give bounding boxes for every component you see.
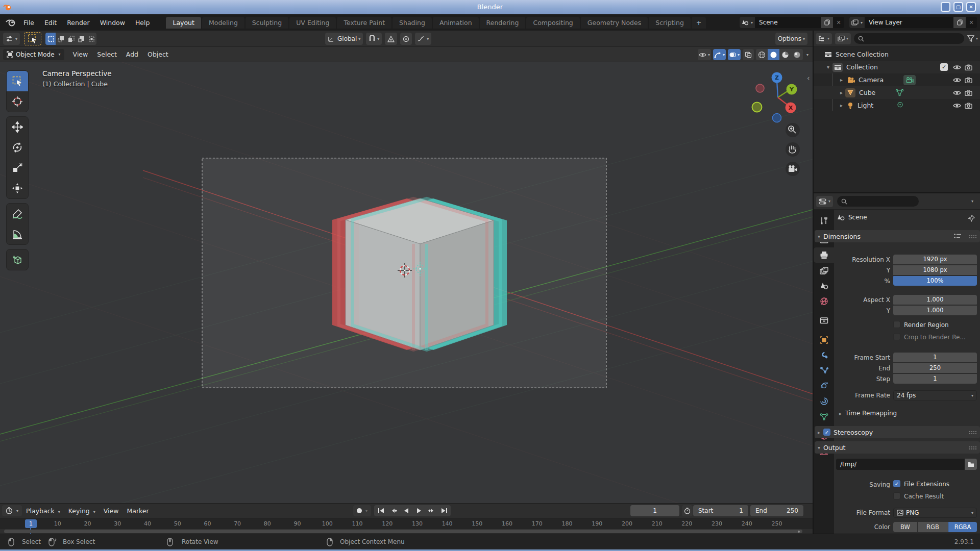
select-mode-set[interactable]: [45, 33, 56, 45]
scene-selector[interactable]: ▾ Scene ✕: [740, 17, 844, 28]
jump-to-end-button[interactable]: [438, 505, 451, 516]
properties-tab-scene[interactable]: [814, 278, 834, 293]
add-workspace-button[interactable]: +: [692, 17, 706, 29]
properties-tab-object[interactable]: [814, 332, 834, 347]
tool-scale-button[interactable]: [7, 158, 28, 178]
gizmo-axis-neg-x[interactable]: [756, 84, 764, 92]
viewport-menu-select[interactable]: Select: [92, 49, 121, 60]
xray-toggle[interactable]: [743, 49, 754, 60]
menu-help[interactable]: Help: [130, 17, 155, 29]
viewport-menu-view[interactable]: View: [68, 49, 93, 60]
playhead-badge[interactable]: 1: [25, 519, 37, 528]
sidebar-collapse-icon[interactable]: ‹: [807, 74, 810, 82]
current-frame-field[interactable]: 1: [630, 505, 679, 516]
time-remapping-subpanel[interactable]: ▸ Time Remapping: [839, 410, 897, 417]
minimize-button[interactable]: ▁: [941, 2, 950, 12]
cube-object[interactable]: [346, 198, 494, 350]
use-preview-range-toggle[interactable]: [682, 505, 693, 516]
scene-icon[interactable]: ▾: [740, 17, 755, 28]
timeline-menu-playback[interactable]: Playback ▾: [22, 506, 64, 516]
panel-grip[interactable]: [969, 235, 977, 238]
output-panel-header[interactable]: ▾ Output: [815, 441, 980, 454]
dimensions-panel-header[interactable]: ▾ Dimensions: [815, 230, 980, 242]
frame-end-field[interactable]: 250: [893, 363, 977, 373]
scene-copy-icon[interactable]: [821, 17, 833, 28]
frame-start-field[interactable]: 1: [893, 353, 977, 362]
properties-tab-physics[interactable]: [814, 378, 834, 393]
stereoscopy-expand-icon[interactable]: ▸: [818, 430, 820, 435]
timeline-menu-marker[interactable]: Marker: [122, 506, 153, 516]
workspace-tab-uv-editing[interactable]: UV Editing: [289, 17, 336, 29]
outliner-row-collection[interactable]: ▾ Collection ✓: [814, 61, 980, 73]
properties-tab-tool[interactable]: [814, 213, 834, 228]
breadcrumb-scene[interactable]: Scene: [848, 214, 867, 221]
light-expand-icon[interactable]: ▸: [840, 103, 843, 108]
camera-render-toggle-icon[interactable]: [965, 77, 972, 83]
properties-tab-object-data[interactable]: [814, 409, 834, 424]
play-reverse-button[interactable]: [400, 505, 412, 516]
properties-editor-type-dropdown[interactable]: ▾: [816, 196, 833, 207]
viewport-3d[interactable]: Object Mode ▾ View Select Add Object ▾ ▾: [0, 47, 813, 503]
panel-expand-icon[interactable]: ▾: [818, 234, 820, 239]
gizmo-axis-neg-z[interactable]: [773, 114, 781, 122]
outliner-row-scene-collection[interactable]: Scene Collection: [814, 48, 980, 61]
properties-options-chevron[interactable]: ▾: [971, 199, 973, 204]
resolution-percent-slider[interactable]: 100%: [893, 276, 977, 286]
timeline-menu-keying[interactable]: Keying ▾: [64, 506, 100, 516]
frame-step-field[interactable]: 1: [893, 374, 977, 384]
shading-rendered[interactable]: [791, 49, 803, 60]
shading-material-preview[interactable]: [779, 49, 791, 60]
resolution-y-field[interactable]: 1080 px: [893, 265, 977, 275]
workspace-tab-sculpting[interactable]: Sculpting: [246, 17, 288, 29]
properties-tab-view-layer[interactable]: [814, 263, 834, 278]
color-rgba-button[interactable]: RGBA: [948, 522, 977, 532]
frame-rate-dropdown[interactable]: 24 fps ▾: [893, 390, 977, 400]
show-gizmo-dropdown[interactable]: ▾: [713, 49, 726, 60]
browse-folder-button[interactable]: [965, 459, 977, 470]
shading-wireframe[interactable]: [756, 49, 768, 60]
view-layer-name[interactable]: View Layer: [865, 19, 953, 26]
cube-mesh-data-icon[interactable]: [895, 89, 904, 96]
workspace-tab-scripting[interactable]: Scripting: [649, 17, 691, 29]
tool-add-cube-button[interactable]: [7, 249, 28, 270]
collection-checkbox[interactable]: ✓: [940, 63, 948, 71]
tool-select-box-button[interactable]: [7, 71, 28, 91]
timeline-ruler[interactable]: 1020304050607080901001101201301401501601…: [0, 518, 813, 529]
light-render-toggle-icon[interactable]: [965, 103, 972, 109]
light-eye-icon[interactable]: [953, 103, 961, 109]
close-button[interactable]: ✕: [966, 2, 976, 12]
outliner-row-cube[interactable]: ▸ Cube: [814, 86, 980, 99]
cube-expand-icon[interactable]: ▸: [840, 90, 843, 95]
shading-solid[interactable]: [768, 49, 779, 60]
render-region-checkbox[interactable]: [893, 321, 900, 328]
color-rgb-button[interactable]: RGB: [918, 522, 948, 532]
pin-icon[interactable]: [968, 215, 975, 222]
resolution-x-field[interactable]: 1920 px: [893, 255, 977, 264]
workspace-tab-shading[interactable]: Shading: [393, 17, 432, 29]
select-mode-invert[interactable]: [76, 33, 86, 45]
panel-grip[interactable]: [969, 446, 977, 449]
viewport-scene[interactable]: Z Y X: [0, 62, 813, 503]
workspace-tab-rendering[interactable]: Rendering: [480, 17, 526, 29]
timeline-scrollbar[interactable]: [4, 530, 802, 533]
properties-tab-constraints[interactable]: [814, 393, 834, 409]
time-remapping-expand-icon[interactable]: ▸: [839, 411, 842, 416]
view-layer-remove-icon[interactable]: ✕: [966, 19, 977, 26]
menu-render[interactable]: Render: [62, 17, 95, 29]
crop-to-render-checkbox[interactable]: [893, 333, 900, 340]
aspect-x-field[interactable]: 1.000: [893, 295, 977, 305]
proportional-falloff-dropdown[interactable]: ▾: [415, 33, 431, 45]
frame-start-field[interactable]: Start 1: [693, 505, 748, 516]
view-layer-selector[interactable]: ▾ View Layer ✕: [849, 17, 977, 28]
outliner-filter-image-dropdown[interactable]: ▾: [835, 33, 851, 44]
workspace-tab-compositing[interactable]: Compositing: [526, 17, 579, 29]
snap-target-icon[interactable]: [385, 33, 397, 45]
workspace-tab-animation[interactable]: Animation: [433, 17, 479, 29]
panel-grip[interactable]: [969, 431, 977, 434]
cache-result-checkbox[interactable]: [893, 492, 900, 499]
jump-to-start-button[interactable]: [374, 505, 387, 516]
camera-data-icon[interactable]: [903, 75, 916, 85]
camera-eye-icon[interactable]: [953, 77, 961, 83]
properties-tab-collection[interactable]: [814, 313, 834, 328]
cube-eye-icon[interactable]: [953, 90, 961, 96]
